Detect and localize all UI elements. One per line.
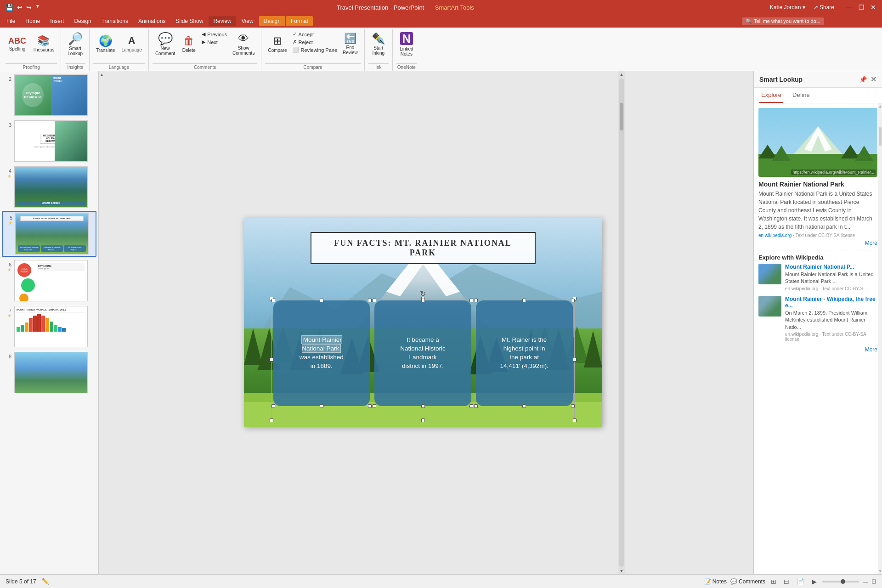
slide-thumb-3[interactable]: 3 WEEKEND ORHOLIDAYGETAWAY Lorem ipsum d…	[2, 119, 96, 163]
slide-thumb-5[interactable]: 5 ★ FUN FACTS: MT. RAINIER NATIONAL PARK…	[2, 211, 96, 257]
box3-handle-tm[interactable]	[522, 299, 526, 302]
reading-view-btn[interactable]: 📄	[795, 577, 806, 586]
notes-edit-icon[interactable]: ✏️	[42, 578, 49, 585]
translate-button[interactable]: 🌍 Translate	[93, 30, 118, 58]
menu-slideshow[interactable]: Slide Show	[171, 16, 208, 26]
minimize-button[interactable]: —	[845, 3, 854, 11]
sl-scrollbar[interactable]: ▲ ▼	[878, 103, 882, 574]
smart-lookup-button[interactable]: 🔎 SmartLookup	[65, 30, 85, 58]
box3-handle-tr[interactable]	[571, 299, 575, 302]
slide-thumb-8[interactable]: 8	[2, 351, 96, 395]
box1-handle-br[interactable]	[368, 404, 372, 408]
previous-button[interactable]: ◀ Previous	[200, 30, 229, 38]
box3-handle-bl[interactable]	[474, 404, 478, 408]
box2-handle-bl[interactable]	[373, 404, 376, 408]
slide-title[interactable]: FUN FACTS: MT. RAINIER NATIONAL PARK	[311, 232, 536, 264]
share-button[interactable]: ↗ Share	[814, 4, 834, 11]
slide-thumb-6[interactable]: 6 ★ TRAILVISTAS DAY HIKING Lorem ipsum..…	[2, 259, 96, 303]
normal-view-btn[interactable]: ⊞	[769, 577, 778, 586]
handle-br[interactable]	[573, 418, 577, 422]
menu-view[interactable]: View	[237, 16, 258, 26]
smartart-box-3[interactable]: Mt. Rainer is thehighest point inthe par…	[476, 300, 573, 406]
sl-wiki-title-2[interactable]: Mount Rainier - Wikipedia, the free e...	[785, 296, 877, 309]
sl-wiki-item-2[interactable]: Mount Rainier - Wikipedia, the free e...…	[758, 296, 877, 342]
sl-wiki-item-1[interactable]: Mount Rainier National P... Mount Rainie…	[758, 264, 877, 291]
fit-button[interactable]: ⊡	[871, 578, 876, 585]
zoom-slider[interactable]	[822, 581, 859, 582]
reject-button[interactable]: ✗ Reject	[291, 38, 339, 46]
more-button-1[interactable]: More	[758, 240, 877, 246]
vertical-scroll-top[interactable]: ▲	[99, 71, 105, 78]
notes-button[interactable]: 📝 Notes	[704, 578, 727, 585]
slide-thumb-2[interactable]: 2 Olympic Peninsula MOUNTRAINIER	[2, 73, 96, 117]
language-button[interactable]: A Language	[119, 30, 145, 58]
sl-scroll-down[interactable]: ▼	[878, 569, 882, 573]
box3-handle-br[interactable]	[571, 404, 575, 408]
new-comment-button[interactable]: 💬 NewComment	[153, 30, 178, 58]
restore-button[interactable]: ❐	[857, 3, 865, 11]
right-scroll-controls[interactable]	[618, 71, 625, 72]
handle-mr[interactable]	[573, 358, 577, 362]
scroll-down-arrow[interactable]: ▼	[619, 568, 625, 574]
box1-handle-tl[interactable]	[271, 299, 275, 302]
scroll-thumb[interactable]	[620, 103, 623, 130]
tell-me-search[interactable]: 🔍 Tell me what you want to do...	[742, 17, 824, 25]
box1-handle-tm[interactable]	[320, 299, 323, 302]
box3-handle-bm[interactable]	[522, 404, 526, 408]
box2-handle-tr[interactable]	[469, 299, 473, 302]
box3-handle-tl[interactable]	[474, 299, 478, 302]
show-comments-button[interactable]: 👁 ShowComments	[230, 30, 257, 58]
box1-handle-bm[interactable]	[320, 404, 323, 408]
box2-handle-br[interactable]	[469, 404, 473, 408]
save-icon[interactable]: 💾	[5, 3, 14, 12]
sl-source-url[interactable]: en.wikipedia.org	[758, 233, 792, 238]
handle-bm[interactable]	[421, 418, 425, 422]
more-button-2[interactable]: More	[758, 346, 877, 353]
smartart-box-2[interactable]: It became aNational HistoricLandmarkdist…	[374, 300, 471, 406]
box2-handle-bm[interactable]	[421, 404, 425, 408]
box2-handle-tm[interactable]	[421, 299, 425, 302]
customize-icon[interactable]: ▼	[34, 3, 41, 12]
slide-canvas[interactable]: FUN FACTS: MT. RAINIER NATIONAL PARK ↻ ‹	[244, 218, 602, 427]
accept-button[interactable]: ✓ Accept	[291, 30, 339, 38]
smartart-prev-arrow[interactable]: ‹	[266, 355, 269, 364]
scroll-up-arrow[interactable]: ▲	[100, 72, 104, 77]
smart-lookup-close[interactable]: ✕	[871, 75, 876, 84]
thesaurus-button[interactable]: 📚 Thesaurus	[30, 30, 57, 58]
scroll-up-arrow[interactable]: ▲	[619, 71, 625, 78]
start-inking-button[interactable]: ✒️ StartInking	[368, 30, 389, 58]
handle-bl[interactable]	[270, 418, 273, 422]
compare-button[interactable]: ⊞ Compare	[265, 30, 289, 58]
canvas-scrollbar[interactable]: ▲ ▼	[618, 71, 625, 574]
close-button[interactable]: ✕	[869, 3, 877, 11]
menu-home[interactable]: Home	[21, 16, 45, 26]
smartart-box-1[interactable]: Mount RainierNational Park was establish…	[273, 300, 370, 406]
menu-insert[interactable]: Insert	[45, 16, 68, 26]
tab-define[interactable]: Define	[791, 88, 812, 103]
box1-handle-tr[interactable]	[368, 299, 372, 302]
slide-sorter-btn[interactable]: ⊟	[782, 577, 791, 586]
menu-design-smartart[interactable]: Design	[259, 16, 285, 26]
next-button[interactable]: ▶ Next	[200, 38, 229, 46]
undo-icon[interactable]: ↩	[16, 3, 23, 12]
redo-icon[interactable]: ↪	[25, 3, 33, 12]
smart-lookup-pin[interactable]: 📌	[859, 76, 867, 83]
tab-explore[interactable]: Explore	[759, 88, 783, 103]
smartart-container[interactable]: ↻ ‹ Mount Ra	[271, 299, 575, 420]
box2-handle-tl[interactable]	[373, 299, 376, 302]
menu-format-smartart[interactable]: Format	[286, 16, 313, 26]
linked-notes-button[interactable]: N LinkedNotes	[396, 30, 417, 58]
menu-review[interactable]: Review	[209, 16, 236, 26]
menu-animations[interactable]: Animations	[134, 16, 170, 26]
sl-scroll-up[interactable]: ▲	[878, 104, 882, 108]
menu-design[interactable]: Design	[69, 16, 96, 26]
handle-ml[interactable]	[270, 358, 273, 362]
delete-button[interactable]: 🗑 Delete	[179, 30, 199, 58]
sl-wiki-title-1[interactable]: Mount Rainier National P...	[785, 264, 877, 270]
slide-thumb-7[interactable]: 7 ★ MOUNT RAINIER AVERAGE TEMPERATURES	[2, 305, 96, 349]
reviewing-pane-button[interactable]: ⬜ Reviewing Pane	[291, 46, 339, 54]
menu-transitions[interactable]: Transitions	[97, 16, 133, 26]
end-review-button[interactable]: 🔚 EndReview	[340, 30, 361, 58]
comments-button[interactable]: 💬 Comments	[730, 578, 765, 585]
menu-file[interactable]: File	[2, 16, 20, 26]
